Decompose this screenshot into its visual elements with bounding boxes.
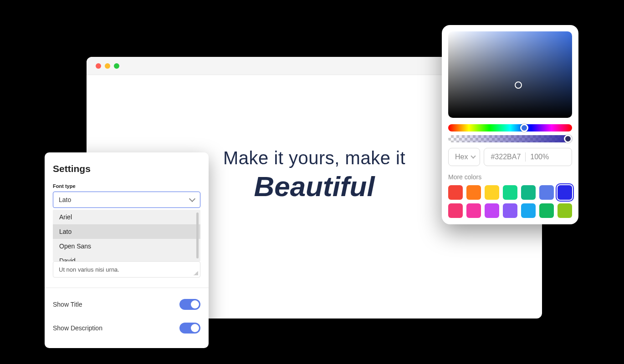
- font-options-list: Ariel Lato Open Sans David: [53, 210, 200, 261]
- show-title-row: Show Title: [53, 293, 200, 316]
- divider: [45, 288, 209, 288]
- color-swatch[interactable]: [539, 203, 554, 218]
- color-swatch[interactable]: [466, 185, 481, 200]
- minimize-window-icon[interactable]: [105, 63, 110, 69]
- close-window-icon[interactable]: [96, 63, 101, 69]
- color-swatch[interactable]: [521, 203, 536, 218]
- color-swatch[interactable]: [539, 185, 554, 200]
- settings-panel: Settings Font type Lato Ariel Lato Open …: [45, 152, 209, 348]
- hex-input[interactable]: #322BA7 100%: [484, 148, 572, 166]
- toggle-label: Show Title: [53, 301, 82, 308]
- hex-value: #322BA7: [491, 153, 521, 161]
- color-format-select[interactable]: Hex: [448, 148, 480, 166]
- toggle-label: Show Description: [53, 324, 102, 332]
- color-swatch[interactable]: [485, 203, 499, 218]
- hue-slider[interactable]: [448, 124, 572, 131]
- font-option[interactable]: David: [53, 253, 200, 261]
- resize-grip-icon[interactable]: [194, 271, 198, 275]
- color-swatch[interactable]: [503, 203, 517, 218]
- hero-title: Beautiful: [254, 170, 374, 202]
- more-colors-label: More colors: [448, 173, 572, 181]
- alpha-thumb-icon[interactable]: [564, 135, 572, 143]
- font-option[interactable]: Lato: [53, 224, 200, 239]
- chevron-down-icon: [189, 196, 195, 202]
- show-description-row: Show Description: [53, 316, 200, 340]
- opacity-value: 100%: [530, 153, 549, 161]
- font-option[interactable]: Open Sans: [53, 239, 200, 253]
- color-swatch[interactable]: [503, 185, 517, 200]
- alpha-slider[interactable]: [448, 135, 572, 142]
- format-value: Hex: [455, 153, 468, 161]
- show-description-toggle[interactable]: [179, 323, 200, 334]
- color-swatch[interactable]: [558, 185, 572, 200]
- font-select[interactable]: Lato: [53, 192, 200, 208]
- separator: [525, 152, 526, 162]
- chevron-down-icon: [471, 153, 476, 158]
- saturation-gradient[interactable]: [448, 31, 572, 118]
- color-swatch[interactable]: [448, 185, 463, 200]
- swatch-grid: [448, 185, 572, 218]
- hero-title-text: Beautiful: [254, 171, 374, 202]
- font-select-value: Lato: [59, 196, 71, 203]
- gradient-cursor-icon[interactable]: [515, 81, 522, 89]
- color-swatch[interactable]: [558, 203, 572, 218]
- color-swatch[interactable]: [521, 185, 536, 200]
- description-textarea[interactable]: Ut non varius nisi urna.: [53, 261, 200, 278]
- maximize-window-icon[interactable]: [114, 63, 119, 69]
- color-swatch[interactable]: [466, 203, 481, 218]
- color-swatch[interactable]: [448, 203, 463, 218]
- color-picker-panel: Hex #322BA7 100% More colors: [442, 25, 578, 224]
- color-swatch[interactable]: [485, 185, 499, 200]
- settings-title: Settings: [53, 163, 200, 174]
- show-title-toggle[interactable]: [179, 299, 200, 310]
- font-option[interactable]: Ariel: [53, 210, 200, 224]
- font-type-label: Font type: [53, 183, 200, 189]
- hue-thumb-icon[interactable]: [520, 124, 528, 132]
- picker-controls: Hex #322BA7 100%: [448, 148, 572, 166]
- textarea-value: Ut non varius nisi urna.: [59, 266, 119, 273]
